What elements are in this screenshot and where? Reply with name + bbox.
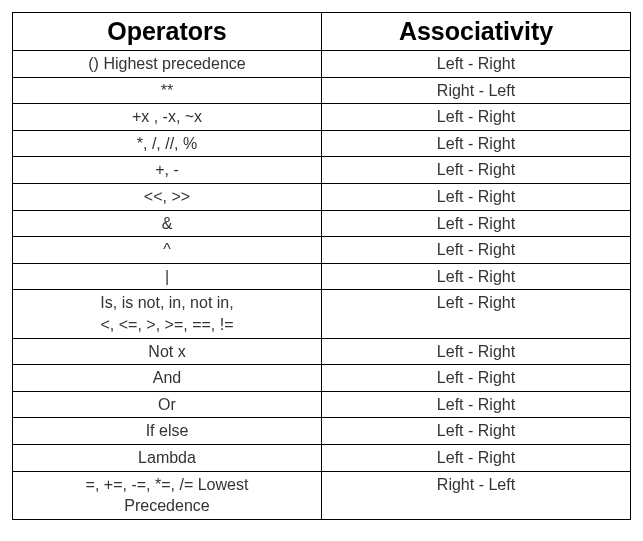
- header-associativity: Associativity: [322, 13, 631, 51]
- cell-operator: ^: [13, 237, 322, 264]
- table-header-row: Operators Associativity: [13, 13, 631, 51]
- cell-operator: Lambda: [13, 444, 322, 471]
- table-row: ^ Left - Right: [13, 237, 631, 264]
- cell-associativity: Left - Right: [322, 210, 631, 237]
- table-row: And Left - Right: [13, 365, 631, 392]
- cell-associativity: Right - Left: [322, 471, 631, 519]
- cell-associativity: Left - Right: [322, 51, 631, 78]
- table-row: & Left - Right: [13, 210, 631, 237]
- cell-associativity: Left - Right: [322, 444, 631, 471]
- cell-operator: () Highest precedence: [13, 51, 322, 78]
- cell-associativity: Left - Right: [322, 365, 631, 392]
- cell-associativity: Left - Right: [322, 237, 631, 264]
- header-operators: Operators: [13, 13, 322, 51]
- table-row: Or Left - Right: [13, 391, 631, 418]
- cell-operator: &: [13, 210, 322, 237]
- cell-associativity: Left - Right: [322, 104, 631, 131]
- cell-operator: |: [13, 263, 322, 290]
- cell-operator: =, +=, -=, *=, /= Lowest Precedence: [13, 471, 322, 519]
- cell-operator: If else: [13, 418, 322, 445]
- table-row: +, - Left - Right: [13, 157, 631, 184]
- cell-operator: Or: [13, 391, 322, 418]
- table-row: =, +=, -=, *=, /= Lowest Precedence Righ…: [13, 471, 631, 519]
- cell-associativity: Left - Right: [322, 418, 631, 445]
- cell-associativity: Left - Right: [322, 263, 631, 290]
- cell-operator: **: [13, 77, 322, 104]
- precedence-table: Operators Associativity () Highest prece…: [12, 12, 631, 520]
- cell-associativity: Left - Right: [322, 338, 631, 365]
- cell-operator: And: [13, 365, 322, 392]
- table-row: Lambda Left - Right: [13, 444, 631, 471]
- cell-operator: *, /, //, %: [13, 130, 322, 157]
- cell-associativity: Left - Right: [322, 391, 631, 418]
- table-row: Not x Left - Right: [13, 338, 631, 365]
- table-row: *, /, //, % Left - Right: [13, 130, 631, 157]
- cell-operator: +x , -x, ~x: [13, 104, 322, 131]
- cell-associativity: Left - Right: [322, 130, 631, 157]
- table-row: If else Left - Right: [13, 418, 631, 445]
- table-row: <<, >> Left - Right: [13, 183, 631, 210]
- cell-operator: Not x: [13, 338, 322, 365]
- table-row: Is, is not, in, not in, <, <=, >, >=, ==…: [13, 290, 631, 338]
- cell-associativity: Right - Left: [322, 77, 631, 104]
- cell-operator: <<, >>: [13, 183, 322, 210]
- table-row: +x , -x, ~x Left - Right: [13, 104, 631, 131]
- table-row: ** Right - Left: [13, 77, 631, 104]
- table-row: () Highest precedence Left - Right: [13, 51, 631, 78]
- cell-operator: +, -: [13, 157, 322, 184]
- cell-associativity: Left - Right: [322, 290, 631, 338]
- cell-operator: Is, is not, in, not in, <, <=, >, >=, ==…: [13, 290, 322, 338]
- cell-associativity: Left - Right: [322, 157, 631, 184]
- cell-associativity: Left - Right: [322, 183, 631, 210]
- table-row: | Left - Right: [13, 263, 631, 290]
